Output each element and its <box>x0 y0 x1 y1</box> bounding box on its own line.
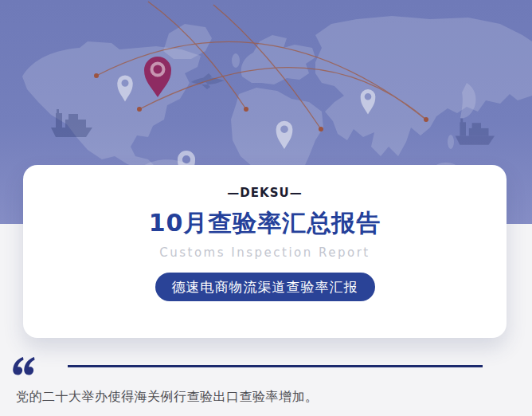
section-divider-line <box>68 365 483 367</box>
report-subtitle-en: Customs Inspection Report <box>159 245 370 260</box>
report-title: 10月查验率汇总报告 <box>149 211 381 235</box>
plane-icon <box>191 73 225 89</box>
ship-icon-right <box>456 119 495 145</box>
summary-quote-text: 党的二十大举办使得海关例行查验出口查验率增加。 <box>16 389 319 406</box>
report-badge-button[interactable]: 德速电商物流渠道查验率汇报 <box>155 273 375 301</box>
double-quote-icon <box>13 356 37 376</box>
report-card: —DEKSU— 10月查验率汇总报告 Customs Inspection Re… <box>23 165 507 338</box>
brand-label: —DEKSU— <box>227 186 302 200</box>
